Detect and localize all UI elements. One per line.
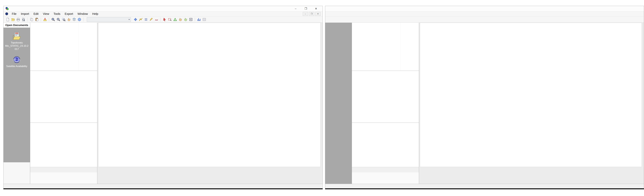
satellite-availability-icon[interactable] <box>13 56 21 64</box>
minimize-button[interactable]: – <box>294 7 298 10</box>
menu-item-view[interactable]: View <box>41 12 51 16</box>
child-restore-button[interactable]: ❐ <box>309 12 314 16</box>
window-a: –❐✕ FileImportEditViewToolsExportWindowH… <box>3 6 323 189</box>
close-button[interactable]: ✕ <box>314 7 318 10</box>
toolbar-separator <box>41 17 41 21</box>
toolbar-copy-icon[interactable] <box>29 17 34 22</box>
legend-panel <box>352 123 419 167</box>
title-bar <box>325 6 644 11</box>
open-documents-header: Open Documents <box>4 23 30 28</box>
sidebar-bottom <box>4 162 30 184</box>
input-panel <box>352 23 419 184</box>
toolbar-separator <box>195 17 195 21</box>
menu-item-export[interactable]: Export <box>62 12 75 16</box>
panel-filler <box>30 173 97 184</box>
menu-bar: FileImportEditViewToolsExportWindowHelp–… <box>4 11 322 16</box>
status-bar <box>325 184 644 188</box>
content <box>325 23 644 184</box>
menu-item-tools[interactable]: Tools <box>51 12 62 16</box>
toolbar-open-project-icon[interactable] <box>10 17 15 22</box>
toolbar-select-area-icon[interactable] <box>168 17 172 22</box>
toolbar-paste-icon[interactable] <box>34 17 39 22</box>
window-controls: –❐✕ <box>294 7 321 10</box>
bottom-tabs <box>30 167 97 173</box>
toolbar-triangle-tool-icon[interactable] <box>173 17 178 22</box>
toolbar-zoom-out-icon[interactable] <box>56 17 61 22</box>
toolbar-draw-tool-icon[interactable] <box>154 17 159 22</box>
menu-item-import[interactable]: Import <box>19 12 31 16</box>
content: Open DocumentsTopolovatu Mic_STATIC_23.1… <box>4 23 322 184</box>
child-window-controls: –❐✕ <box>303 12 320 16</box>
child-close-button[interactable]: ✕ <box>315 12 320 16</box>
dop-tree <box>352 71 419 123</box>
document-icon <box>5 12 8 15</box>
sidebar <box>325 23 352 184</box>
chart-area <box>419 23 644 184</box>
toolbar-grid-tool-icon[interactable] <box>202 17 206 22</box>
input-table <box>30 23 97 71</box>
toolbar-layer-manager-icon[interactable] <box>72 17 76 22</box>
project-icon[interactable] <box>12 32 21 40</box>
toolbar <box>325 16 644 23</box>
toolbar-edit-tool-icon[interactable] <box>149 17 154 22</box>
chevron-down-icon: ▾ <box>128 18 131 21</box>
menu-item-edit[interactable]: Edit <box>31 12 41 16</box>
app-icon <box>5 7 9 10</box>
toolbar-pan-icon[interactable] <box>66 17 71 22</box>
restore-button[interactable]: ❐ <box>304 7 308 10</box>
toolbar-grab-tool-icon[interactable] <box>178 17 183 22</box>
toolbar-zoom-in-icon[interactable] <box>51 17 56 22</box>
menu-item-help[interactable]: Help <box>90 12 100 16</box>
child-minimize-button[interactable]: – <box>303 12 308 16</box>
legend-panel <box>30 123 97 167</box>
sidebar: Open DocumentsTopolovatu Mic_STATIC_23.1… <box>4 23 30 184</box>
chart-area <box>97 23 322 184</box>
title-bar: –❐✕ <box>4 6 322 11</box>
availability-label: Satellite Availability <box>4 65 30 68</box>
dop-chart-canvas[interactable] <box>98 23 320 167</box>
toolbar-new-document-icon[interactable] <box>5 17 10 22</box>
toolbar-print-preview-icon[interactable] <box>21 17 26 22</box>
input-panel <box>30 23 97 184</box>
bottom-tabs <box>352 167 419 173</box>
project-label: Topolovatu Mic_STATIC_23.10.2017 <box>4 41 30 51</box>
window-b <box>325 6 644 189</box>
menu-item-file[interactable]: File <box>10 12 19 16</box>
menu-item-window[interactable]: Window <box>75 12 90 16</box>
toolbar-world-view-icon[interactable] <box>77 17 82 22</box>
menu: FileImportEditViewToolsExportWindowHelp <box>10 12 303 16</box>
toolbar-combobox[interactable]: ▾ <box>87 17 131 22</box>
toolbar-center-view-icon[interactable] <box>133 17 138 22</box>
toolbar-extent-tool-icon[interactable] <box>188 17 193 22</box>
toolbar-separator <box>83 17 84 21</box>
skyplot-canvas[interactable] <box>420 23 642 167</box>
panel-filler <box>352 173 419 184</box>
toolbar-report-tool-icon[interactable] <box>196 17 201 22</box>
toolbar-import-data-icon[interactable] <box>42 17 47 22</box>
app-icon <box>327 7 331 10</box>
toolbar: ▾ <box>4 16 322 23</box>
toolbar-list-tool-icon[interactable] <box>144 17 148 22</box>
toolbar-graph-tool-icon[interactable] <box>138 17 143 22</box>
menu-bar <box>325 11 644 16</box>
input-table <box>352 23 419 71</box>
toolbar-grab-all-tool-icon[interactable] <box>183 17 188 22</box>
status-bar <box>4 184 322 188</box>
toolbar-zoom-window-icon[interactable] <box>61 17 66 22</box>
toolbar-select-tool-icon[interactable] <box>162 17 167 22</box>
dop-tree <box>30 71 97 123</box>
toolbar-print-icon[interactable] <box>16 17 20 22</box>
